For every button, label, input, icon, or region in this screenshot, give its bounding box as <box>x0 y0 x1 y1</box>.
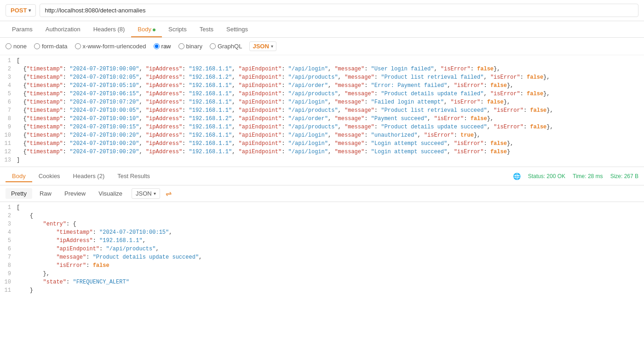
filter-icon[interactable]: ⇌ <box>166 189 172 198</box>
top-bar: POST ▾ <box>0 0 644 21</box>
resp-line-11: 11 } <box>0 287 644 295</box>
req-line-10: 10 {"timestamp": "2024-07-20T10:00:20", … <box>0 132 644 140</box>
req-line-6: 6 {"timestamp": "2024-07-20T10:07:20", "… <box>0 98 644 107</box>
resp-tab-headers[interactable]: Headers (2) <box>67 170 111 182</box>
req-line-8: 8 {"timestamp": "2024-07-20T10:00:10", "… <box>0 115 644 123</box>
response-time: Time: 28 ms <box>573 173 603 179</box>
status-ok: Status: 200 OK <box>528 173 565 179</box>
view-tab-raw[interactable]: Raw <box>34 188 57 199</box>
req-line-5: 5 {"timestamp": "2024-07-20T10:06:15", "… <box>0 90 644 98</box>
req-line-12: 12 {"timestamp": "2024-07-20T10:00:20", … <box>0 148 644 156</box>
response-view-tabs: Pretty Raw Preview Visualize JSON ▾ ⇌ <box>0 185 644 202</box>
resp-json-chevron-icon: ▾ <box>154 191 156 196</box>
tab-headers[interactable]: Headers (8) <box>87 21 132 37</box>
url-input[interactable] <box>40 4 638 17</box>
resp-line-7: 7 "message": "Product details update suc… <box>0 254 644 262</box>
method-select[interactable]: POST ▾ <box>6 4 36 17</box>
response-header: Body Cookies Headers (2) Test Results 🌐 … <box>0 167 644 185</box>
view-tab-pretty[interactable]: Pretty <box>6 188 32 199</box>
req-line-1: 1 [ <box>0 57 644 65</box>
method-label: POST <box>11 7 27 14</box>
response-json-select[interactable]: JSON ▾ <box>132 188 160 199</box>
radio-none[interactable]: none <box>6 43 27 50</box>
radio-urlencoded[interactable]: x-www-form-urlencoded <box>75 43 146 50</box>
tab-params[interactable]: Params <box>6 21 39 37</box>
response-size: Size: 267 B <box>610 173 638 179</box>
tab-body[interactable]: Body <box>131 21 162 37</box>
radio-binary[interactable]: binary <box>178 43 202 50</box>
response-code[interactable]: 1 [ 2 { 3 "entry": { 4 "timestamp": "202… <box>0 202 644 297</box>
radio-form-data[interactable]: form-data <box>34 43 68 50</box>
req-line-2: 2 {"timestamp": "2024-07-20T10:00:00", "… <box>0 65 644 74</box>
main-tabs: Params Authorization Headers (8) Body Sc… <box>0 21 644 38</box>
resp-line-5: 5 "ipAddress": "192.168.1.1", <box>0 237 644 245</box>
tab-scripts[interactable]: Scripts <box>162 21 193 37</box>
req-line-9: 9 {"timestamp": "2024-07-20T10:00:15", "… <box>0 123 644 132</box>
resp-line-10: 10 "state": "FREQUENCY_ALERT" <box>0 278 644 287</box>
view-tab-visualize[interactable]: Visualize <box>93 188 128 199</box>
resp-line-1: 1 [ <box>0 204 644 212</box>
response-status-bar: 🌐 Status: 200 OK Time: 28 ms Size: 267 B <box>513 173 638 180</box>
resp-tab-body[interactable]: Body <box>6 170 32 182</box>
req-line-7: 7 {"timestamp": "2024-07-20T10:00:05", "… <box>0 107 644 115</box>
radio-graphql[interactable]: GraphQL <box>210 43 242 50</box>
request-code-editor[interactable]: 1 [ 2 {"timestamp": "2024-07-20T10:00:00… <box>0 55 644 167</box>
tab-tests[interactable]: Tests <box>193 21 220 37</box>
radio-raw[interactable]: raw <box>154 43 171 50</box>
method-chevron-icon: ▾ <box>29 8 31 13</box>
json-chevron-icon: ▾ <box>271 44 273 49</box>
req-line-3: 3 {"timestamp": "2024-07-20T10:02:05", "… <box>0 74 644 82</box>
req-line-4: 4 {"timestamp": "2024-07-20T10:05:10", "… <box>0 82 644 90</box>
body-dot <box>153 29 155 31</box>
resp-line-9: 9 }, <box>0 270 644 278</box>
resp-tab-cookies[interactable]: Cookies <box>32 170 67 182</box>
resp-line-6: 6 "apiEndpoint": "/api/products", <box>0 245 644 254</box>
resp-tab-test-results[interactable]: Test Results <box>111 170 156 182</box>
globe-icon: 🌐 <box>513 173 521 180</box>
tab-settings[interactable]: Settings <box>220 21 254 37</box>
tab-authorization[interactable]: Authorization <box>39 21 87 37</box>
req-line-13: 13 ] <box>0 156 644 165</box>
view-tab-preview[interactable]: Preview <box>59 188 91 199</box>
resp-line-8: 8 "isError": false <box>0 262 644 270</box>
json-type-select[interactable]: JSON ▾ <box>249 41 276 51</box>
resp-line-4: 4 "timestamp": "2024-07-20T10:00:15", <box>0 229 644 237</box>
body-options: none form-data x-www-form-urlencoded raw… <box>0 38 644 55</box>
resp-line-2: 2 { <box>0 212 644 220</box>
req-line-11: 11 {"timestamp": "2024-07-20T10:00:20", … <box>0 140 644 148</box>
resp-line-3: 3 "entry": { <box>0 220 644 229</box>
